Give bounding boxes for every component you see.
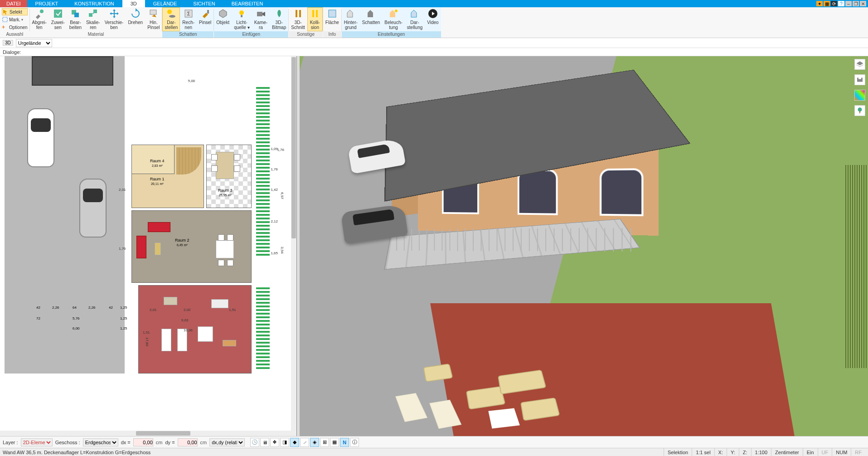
palette-icon[interactable]: [854, 90, 865, 101]
ref-select[interactable]: dx,dy (relativ ka: [209, 438, 245, 446]
house-outline: 5,00 Raum 120,11 m² Raum 42,83 m² Raum 3…: [127, 83, 256, 374]
btn-kollision[interactable]: Kolli- sion: [307, 7, 323, 31]
menu-sichten[interactable]: SICHTEN: [185, 0, 223, 7]
sub-toolbar: 3D Urgelände: [0, 38, 868, 48]
terrace-table: [198, 326, 213, 342]
coffee-table: [155, 243, 161, 255]
menu-gelaende[interactable]: GELÄNDE: [145, 0, 185, 7]
minimize-icon[interactable]: –: [845, 1, 852, 6]
optionen-tool[interactable]: +Optionen: [2, 24, 28, 31]
dy-input[interactable]: [178, 438, 198, 446]
room-2: Raum 26,45 m²: [131, 210, 252, 283]
ortho-icon[interactable]: ⊞: [320, 438, 329, 447]
view-tag-3d[interactable]: 3D: [3, 40, 13, 46]
btn-abgreifen[interactable]: Abgrei- fen: [30, 7, 49, 31]
btn-skalieren[interactable]: Skalie- ren: [84, 7, 102, 31]
layer-select[interactable]: 2D-Elemen: [21, 438, 53, 446]
hedge-right: [256, 86, 270, 256]
btn-darstellung[interactable]: Dar- stellung: [405, 7, 425, 31]
titlebar-icon-2[interactable]: ▦: [824, 1, 830, 6]
btn-drehen[interactable]: Drehen: [126, 7, 145, 31]
sofa-2: [136, 236, 146, 258]
hedge-right-2: [256, 287, 270, 369]
plane-icon[interactable]: ◈: [310, 438, 319, 447]
btn-rechnen[interactable]: ΣRech- nen: [180, 7, 197, 31]
btn-verschieben[interactable]: Verschie- ben: [102, 7, 126, 31]
status-text: Wand AW 36,5 m. Deckenauflager L=Konstru…: [3, 450, 150, 455]
btn-darstellen[interactable]: Dar- stellen: [162, 7, 180, 31]
layers-icon[interactable]: [854, 59, 865, 70]
btn-hintergrund[interactable]: Hinter- grund: [342, 7, 360, 31]
status-y: Y:: [727, 448, 739, 456]
maximize-icon[interactable]: ❐: [853, 1, 859, 6]
btn-hinpinsel[interactable]: Hin. Pinsel: [145, 7, 162, 31]
mark-tool[interactable]: Mark.: [2, 16, 28, 23]
geschoss-label: Geschoss :: [55, 440, 80, 445]
svg-rect-0: [3, 17, 7, 22]
status-selektion: Selektion: [664, 448, 692, 456]
menu-file[interactable]: DATEI: [0, 0, 27, 7]
layers-small-icon[interactable]: ❖: [270, 438, 279, 447]
btn-lichtquelle[interactable]: Licht- quelle ▾: [232, 7, 252, 31]
svg-rect-16: [296, 10, 297, 17]
menu-bearbeiten[interactable]: BEARBEITEN: [223, 0, 272, 7]
btn-beleuchtung[interactable]: Beleuch- tung: [382, 7, 404, 31]
angle-icon[interactable]: ⟋: [300, 438, 309, 447]
snap-icon[interactable]: ◆: [290, 438, 299, 447]
status-uf: UF: [818, 448, 832, 456]
group-label-schatten: Schatten: [162, 31, 213, 38]
svg-rect-2: [54, 10, 62, 18]
scrollbar-horizontal-2d[interactable]: [0, 431, 296, 436]
btn-pinsel[interactable]: Pinsel: [197, 7, 213, 31]
terrace: [138, 285, 252, 374]
menu-projekt[interactable]: PROJEKT: [27, 0, 67, 7]
pane-3d-view[interactable]: [300, 56, 868, 436]
terrain-combo[interactable]: Urgelände: [16, 39, 52, 47]
btn-3dschnitt[interactable]: 3D- Schnitt: [289, 7, 307, 31]
grid-icon[interactable]: ▦: [330, 438, 339, 447]
geschoss-select[interactable]: Erdgeschos: [83, 438, 118, 446]
dining-table: [216, 152, 234, 179]
titlebar-icon-3[interactable]: ⟳: [831, 1, 837, 6]
dx-input[interactable]: [133, 438, 153, 446]
terrace-sofa: [211, 299, 228, 308]
cube-icon[interactable]: ◨: [280, 438, 289, 447]
help-icon[interactable]: ?: [838, 1, 844, 6]
info-icon[interactable]: ⓘ: [350, 438, 359, 447]
menu-konstruktion[interactable]: KONSTRUKTION: [66, 0, 122, 7]
clock-icon[interactable]: 🕓: [250, 438, 259, 447]
dy-unit: cm: [200, 440, 207, 445]
svg-rect-5: [89, 13, 92, 17]
btn-zuweisen[interactable]: Zuwei- sen: [49, 7, 67, 31]
scrollbar-vertical-2d[interactable]: [291, 56, 296, 431]
workspace: 5,00 Raum 120,11 m² Raum 42,83 m² Raum 3…: [0, 56, 868, 436]
window-3d-3: [600, 168, 644, 216]
furniture-icon[interactable]: [854, 74, 865, 85]
titlebar-icon-1[interactable]: ✦: [816, 1, 823, 6]
btn-schatten[interactable]: Schatten: [360, 7, 382, 31]
btn-3dbitmap[interactable]: 3D- Bitmap: [270, 7, 288, 31]
svg-point-8: [167, 10, 172, 14]
btn-video[interactable]: Video: [425, 7, 441, 31]
btn-flaeche[interactable]: Fläche: [323, 7, 341, 31]
btn-objekt[interactable]: Objekt: [214, 7, 232, 31]
bottom-icon-row: 🕓 🖥 ❖ ◨ ◆ ⟋ ◈ ⊞ ▦ N ⓘ: [250, 438, 359, 447]
pane-2d-floorplan[interactable]: 5,00 Raum 120,11 m² Raum 42,83 m² Raum 3…: [0, 56, 297, 436]
selekt-tool[interactable]: Selekt: [2, 8, 28, 15]
terrace-stool: [223, 340, 236, 346]
right-tool-palette: [853, 59, 866, 116]
svg-rect-4: [74, 13, 79, 17]
close-icon[interactable]: ✕: [860, 1, 866, 6]
car-white-2d: [27, 108, 54, 167]
n-icon[interactable]: N: [340, 438, 349, 447]
btn-kamera[interactable]: Kame- ra: [252, 7, 270, 31]
tree-icon[interactable]: [854, 105, 865, 116]
btn-bearbeiten[interactable]: Bear- beiten: [67, 7, 84, 31]
driveway-area: [5, 56, 125, 374]
group-label-material: Material: [30, 31, 162, 38]
status-x: X:: [714, 448, 727, 456]
monitor-icon[interactable]: 🖥: [260, 438, 269, 447]
dx-unit: cm: [156, 440, 163, 445]
svg-point-13: [239, 10, 244, 15]
menu-3d[interactable]: 3D: [122, 0, 145, 7]
